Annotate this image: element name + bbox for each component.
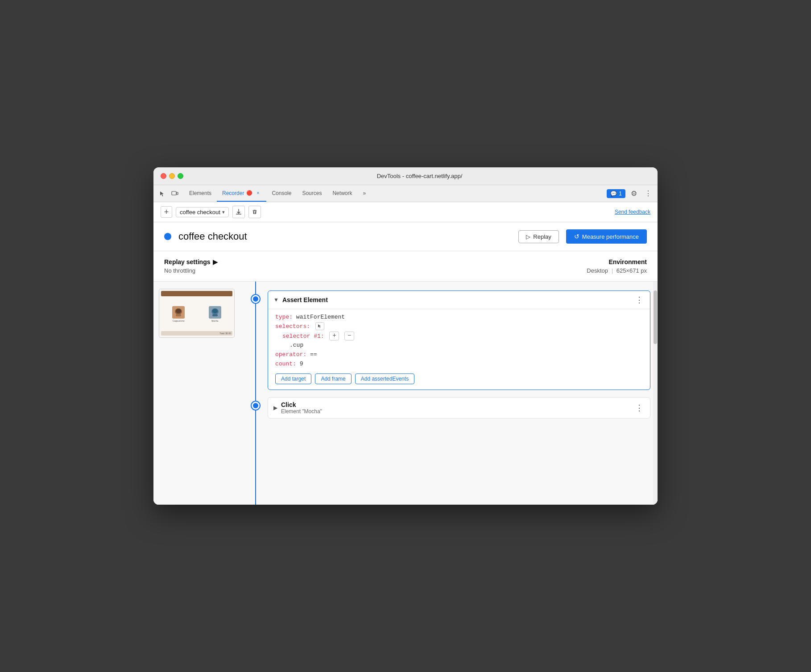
click-step-title: Click [281, 401, 322, 408]
recording-header: coffee checkout ▷ Replay ↺ Measure perfo… [153, 222, 658, 251]
thumbnail-panel: Cappuccino Mocha [153, 282, 243, 505]
delete-recording-button[interactable] [248, 206, 261, 218]
recorder-main: coffee checkout ▷ Replay ↺ Measure perfo… [153, 222, 658, 505]
chevron-down-icon: ▾ [222, 209, 225, 215]
selector-pick-icon[interactable] [315, 322, 324, 330]
code-type-line: type: waitForElement [275, 313, 643, 322]
code-selector1-line: selector #1: + − [275, 332, 643, 341]
click-step-card: ▶ Click Element "Mocha" ⋮ [268, 397, 650, 419]
add-frame-button[interactable]: Add frame [315, 373, 351, 384]
recorder-tab-close[interactable]: × [255, 190, 261, 196]
measure-perf-icon: ↺ [574, 233, 579, 240]
settings-row: Replay settings ▶ No throttling Environm… [153, 251, 658, 282]
step-actions: Add target Add frame Add assertedEvents [275, 373, 643, 384]
step-dot-assert [252, 295, 260, 303]
tab-sources[interactable]: Sources [297, 185, 327, 202]
devtools-tabs-bar: Elements Recorder 🔴 × Console Sources Ne… [153, 185, 658, 202]
settings-icon-button[interactable]: ⚙ [628, 188, 640, 199]
replay-icon: ▷ [526, 233, 530, 240]
click-step-subtitle: Element "Mocha" [281, 408, 322, 415]
recording-thumbnail: Cappuccino Mocha [159, 289, 235, 338]
devtools-window: DevTools - coffee-cart.netlify.app/ Elem… [153, 167, 658, 505]
svg-rect-6 [176, 314, 181, 316]
steps-container: Cappuccino Mocha [153, 282, 658, 505]
add-asserted-events-button[interactable]: Add assertedEvents [355, 373, 414, 384]
send-feedback-link[interactable]: Send feedback [615, 209, 650, 215]
assert-element-card: ▼ Assert Element ⋮ type: waitForElement [268, 290, 650, 390]
traffic-lights [161, 173, 183, 179]
scrollbar-thumb[interactable] [654, 290, 657, 344]
devtools-right-icons: 💬 1 ⚙ ⋮ [607, 188, 654, 199]
code-selector-val-line: .cup [275, 341, 643, 350]
svg-rect-1 [177, 192, 178, 195]
code-operator-line: operator: == [275, 350, 643, 360]
settings-right: Environment Desktop | 625×671 px [587, 258, 647, 274]
window-title: DevTools - coffee-cart.netlify.app/ [189, 173, 650, 179]
step-dot-click [252, 402, 260, 410]
scrollbar-track [653, 282, 658, 505]
recorder-toolbar: + coffee checkout ▾ Send feedback [153, 202, 658, 222]
selector-remove-button[interactable]: − [344, 332, 354, 340]
device-toggle-icon[interactable] [170, 188, 180, 199]
tab-recorder[interactable]: Recorder 🔴 × [217, 185, 266, 202]
recording-title: coffee checkout [178, 231, 511, 242]
replay-settings-toggle[interactable]: Replay settings ▶ [164, 258, 218, 265]
tab-elements[interactable]: Elements [184, 185, 217, 202]
svg-rect-2 [236, 214, 241, 215]
add-target-button[interactable]: Add target [275, 373, 311, 384]
code-count-line: count: 9 [275, 360, 643, 369]
more-icon-button[interactable]: ⋮ [642, 188, 654, 199]
click-step: ▶ Click Element "Mocha" ⋮ [243, 397, 650, 419]
click-expand-icon[interactable]: ▶ [273, 405, 277, 411]
assert-element-header: ▼ Assert Element ⋮ [268, 291, 650, 309]
nav-icons [157, 188, 180, 199]
assert-element-body: type: waitForElement selectors: [268, 309, 650, 390]
assert-element-step: ▼ Assert Element ⋮ type: waitForElement [243, 290, 650, 390]
environment-value: Desktop | 625×671 px [587, 267, 647, 274]
svg-point-9 [212, 309, 218, 313]
recording-status-dot [164, 233, 171, 240]
add-recording-button[interactable]: + [161, 206, 172, 218]
click-step-text: Click Element "Mocha" [281, 401, 322, 415]
recording-selector[interactable]: coffee checkout ▾ [176, 207, 229, 217]
click-step-more-button[interactable]: ⋮ [634, 402, 645, 413]
maximize-button[interactable] [178, 173, 183, 179]
replay-button[interactable]: ▷ Replay [518, 230, 559, 243]
selector-add-button[interactable]: + [329, 332, 339, 340]
assert-collapse-icon[interactable]: ▼ [273, 297, 279, 303]
steps-timeline: ▼ Assert Element ⋮ type: waitForElement [243, 282, 658, 505]
close-button[interactable] [161, 173, 166, 179]
environment-label: Environment [587, 258, 647, 265]
export-recording-button[interactable] [232, 206, 245, 218]
settings-chevron-icon: ▶ [213, 258, 218, 265]
assert-element-title: Assert Element [282, 296, 630, 303]
title-bar: DevTools - coffee-cart.netlify.app/ [153, 167, 658, 185]
assert-element-more-button[interactable]: ⋮ [634, 295, 645, 305]
code-selectors-line: selectors: [275, 322, 643, 332]
throttling-value: No throttling [164, 267, 218, 274]
tab-list: Elements Recorder 🔴 × Console Sources Ne… [184, 185, 607, 202]
svg-rect-0 [172, 191, 176, 195]
tab-network[interactable]: Network [327, 185, 357, 202]
minimize-button[interactable] [169, 173, 175, 179]
svg-point-5 [176, 309, 181, 313]
tab-more[interactable]: » [357, 185, 371, 202]
tab-console[interactable]: Console [266, 185, 297, 202]
messages-badge-button[interactable]: 💬 1 [607, 189, 625, 198]
settings-left: Replay settings ▶ No throttling [164, 258, 218, 274]
svg-rect-10 [212, 314, 218, 316]
cursor-icon[interactable] [157, 188, 168, 199]
measure-performance-button[interactable]: ↺ Measure performance [566, 229, 647, 244]
